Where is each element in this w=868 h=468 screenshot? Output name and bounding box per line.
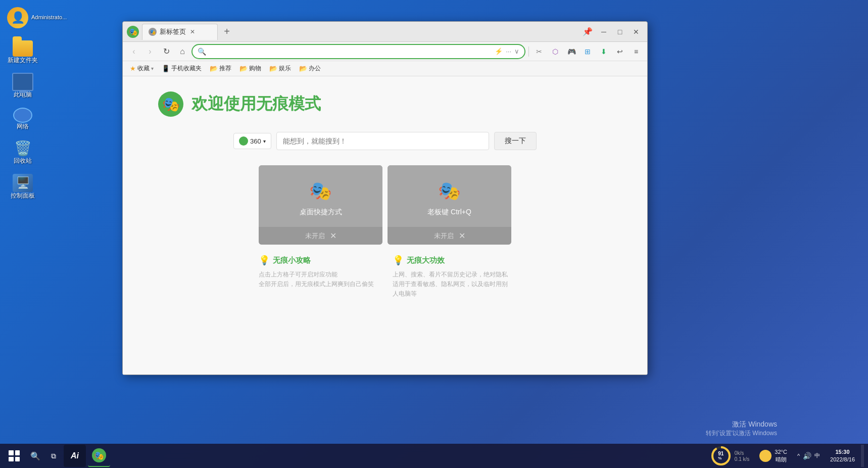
feature-card-status-1: 未开启 [305,231,325,241]
dropdown-icon[interactable]: ∨ [514,48,519,55]
feature-card-close-2[interactable]: ✕ [459,231,465,241]
bulb-icon-1: 💡 [259,255,270,266]
search-input[interactable] [276,132,489,150]
bookmarks-bar: ★ 收藏 ▾ 📱 手机收藏夹 📂 推荐 📂 购物 📂 娱乐 📂 办公 [123,61,647,76]
system-tray: 91 % 0k/s 0.1 k/s 32°C 晴朗 ^ 🔊 中 [706,445,864,467]
clock-section[interactable]: 15:30 2022/8/16 [826,446,859,466]
taskbar-browser-app[interactable]: 🎭 [88,445,110,467]
start-button[interactable] [4,446,24,466]
activate-windows-watermark: 激活 Windows 转到'设置'以激活 Windows [706,420,777,438]
favorites-arrow: ▾ [151,66,154,71]
desktop-icons: 👤 Administrato... 新建文件夹 此电脑 网络 🗑️ 回收站 🖥️… [5,5,69,201]
lightning-icon: ⚡ [495,48,503,55]
start-sq-3 [9,457,14,462]
search-engine-arrow: ▾ [263,138,266,144]
tray-icons-area[interactable]: ^ 🔊 中 [793,450,824,462]
feature-card-boss-key[interactable]: 🎭 老板键 Ctrl+Q 未开启 ✕ [388,165,511,245]
favorites-label: 收藏 [137,64,150,73]
clock-date: 2022/8/16 [830,456,855,463]
pin-button[interactable]: 📌 [581,25,595,39]
extension-button-1[interactable]: ⬡ [548,44,562,59]
work-label: 办公 [309,64,321,73]
new-tab-button[interactable]: + [220,25,234,39]
show-desktop-button[interactable] [861,445,864,467]
menu-button[interactable]: ≡ [629,44,643,59]
more-icon[interactable]: ··· [506,48,511,55]
feature-card-close-1[interactable]: ✕ [330,231,336,241]
address-search-icon: 🔍 [198,48,206,56]
address-right-icons: ⚡ ··· ∨ [495,48,519,55]
bookmark-work[interactable]: 📂 办公 [297,63,323,74]
bookmark-favorites[interactable]: ★ 收藏 ▾ [128,63,156,74]
desktop-icon-new-folder[interactable]: 新建文件夹 [5,38,40,66]
title-bar: 🎭 🎭 新标签页 ✕ + 📌 ─ □ ✕ [123,22,647,42]
control-panel-label: 控制面板 [11,192,35,199]
close-button[interactable]: ✕ [629,25,643,39]
start-sq-4 [15,457,20,462]
refresh-button[interactable]: ↻ [159,44,173,59]
bookmark-shopping[interactable]: 📂 购物 [237,63,263,74]
search-button[interactable]: 搜一下 [494,132,537,150]
weather-sun-icon [759,450,771,462]
work-icon: 📂 [299,65,307,72]
perf-circle: 91 % [710,445,732,466]
download-button[interactable]: ⬇ [597,44,611,59]
back-button[interactable]: ‹ [127,44,141,59]
grid-button[interactable]: ⊞ [581,44,595,59]
activate-sub-text: 转到'设置'以激活 Windows [706,429,777,438]
desktop-icon-admin[interactable]: 👤 Administrato... [5,5,69,30]
maximize-button[interactable]: □ [613,25,627,39]
taskbar-search-button[interactable]: 🔍 [26,447,44,465]
bookmark-entertainment[interactable]: 📂 娱乐 [267,63,293,74]
address-bar-input[interactable] [208,48,495,55]
shopping-label: 购物 [249,64,261,73]
task-view-button[interactable]: ⧉ [44,447,63,465]
entertainment-label: 娱乐 [279,64,291,73]
network-speeds: 0k/s 0.1 k/s [735,450,749,462]
bookmark-recommended[interactable]: 📂 推荐 [208,63,233,74]
performance-indicator[interactable]: 91 % 0k/s 0.1 k/s [706,445,753,466]
feature-card-desktop-shortcut[interactable]: 🎭 桌面快捷方式 未开启 ✕ [259,165,382,245]
title-bar-left: 🎭 🎭 新标签页 ✕ + [127,24,581,40]
search-engine-selector[interactable]: 360 ▾ [233,133,271,149]
search-container: 360 ▾ 搜一下 [233,132,537,150]
weather-section[interactable]: 32°C 晴朗 [755,446,791,466]
feature-cards: 🎭 桌面快捷方式 未开启 ✕ 🎭 老板键 Ctrl+Q 未开启 ✕ [259,165,511,245]
start-sq-2 [15,450,20,455]
extension-button-2[interactable]: 🎮 [564,44,578,59]
tips-section: 💡 无痕小攻略 点击上方格子可开启对应功能 全部开启后，用无痕模式上网爽到自己偷… [259,255,511,299]
entertainment-icon: 📂 [269,65,277,72]
monitor-icon [12,73,33,91]
recycle-label: 回收站 [14,157,32,164]
clock-time: 15:30 [830,448,855,456]
ai-button[interactable]: Ai [64,445,86,467]
tip-line-2-2: 适用于查看敏感、隐私网页，以及临时用别人电脑等 [393,279,511,299]
shopping-icon: 📂 [239,65,248,72]
clock-info: 15:30 2022/8/16 [830,448,855,464]
forward-button[interactable]: › [143,44,157,59]
feature-card-status-2: 未开启 [434,231,454,241]
desktop-icon-network[interactable]: 网络 [5,106,40,132]
tray-volume-icon: 🔊 [803,452,811,460]
minimize-button[interactable]: ─ [597,25,611,39]
network-label: 网络 [17,123,29,130]
bookmark-mobile[interactable]: 📱 手机收藏夹 [160,63,204,74]
home-button[interactable]: ⌂ [175,44,189,59]
incognito-icon: 🎭 [158,91,183,117]
browser-tab[interactable]: 🎭 新标签页 ✕ [142,24,218,40]
tip-column-2: 💡 无痕大功效 上网、搜索、看片不留历史记录，绝对隐私 适用于查看敏感、隐私网页… [393,255,511,299]
new-folder-label: 新建文件夹 [8,57,38,64]
weather-temp: 32°C [775,448,787,456]
desktop-icon-recycle-bin[interactable]: 🗑️ 回收站 [5,137,40,166]
network-icon [13,108,32,123]
desktop-icon-control-panel[interactable]: 🖥️ 控制面板 [5,172,40,201]
undo-button[interactable]: ↩ [613,44,627,59]
browser-logo: 🎭 [127,26,139,38]
scissors-button[interactable]: ✂ [532,44,546,59]
star-icon: ★ [130,65,136,72]
ai-label: Ai [71,451,79,460]
taskbar-search-icon: 🔍 [30,451,40,461]
tip-line-2-1: 上网、搜索、看片不留历史记录，绝对隐私 [393,270,511,279]
desktop-icon-this-pc[interactable]: 此电脑 [5,71,40,100]
tab-close-button[interactable]: ✕ [190,28,195,35]
